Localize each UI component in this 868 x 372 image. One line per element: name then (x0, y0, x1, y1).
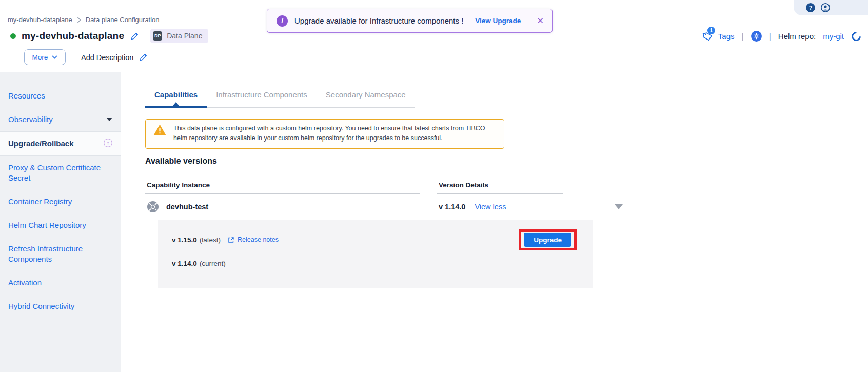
panel-divider (172, 253, 580, 253)
view-upgrade-link[interactable]: View Upgrade (475, 17, 521, 25)
kubernetes-icon[interactable] (751, 31, 762, 42)
capability-instance-name: devhub-test (166, 203, 208, 211)
meta-divider: | (739, 32, 746, 41)
status-dot (10, 33, 16, 39)
sidebar-item-label: Resources (8, 91, 112, 101)
sidebar-item-label: Refresh Infrastructure Components (8, 244, 112, 264)
sidebar-item-label: Activation (8, 278, 112, 288)
tags-icon[interactable]: 1 (702, 31, 714, 42)
sidebar-item-label: Upgrade/Rollback (8, 139, 104, 149)
more-button-label: More (32, 53, 48, 61)
info-icon: i (277, 15, 288, 27)
chevron-down-icon (106, 118, 112, 121)
breadcrumb-item-configuration: Data plane Configuration (86, 16, 160, 24)
more-button[interactable]: More (24, 49, 66, 65)
sidebar-item-label: Helm Chart Repository (8, 220, 112, 230)
sidebar-item-refresh-infrastructure-components[interactable]: Refresh Infrastructure Components (0, 237, 121, 271)
tab-capabilities[interactable]: Capabilities (145, 84, 207, 107)
view-less-link[interactable]: View less (475, 203, 506, 211)
sidebar-item-activation[interactable]: Activation (0, 271, 121, 295)
page-body: Resources Observability Upgrade/Rollback… (0, 72, 868, 372)
sidebar-item-observability[interactable]: Observability (0, 108, 121, 131)
release-notes-link[interactable]: Release notes (238, 236, 279, 243)
sidebar-item-label: Container Registry (8, 197, 112, 207)
upgrade-button[interactable]: Upgrade (524, 233, 571, 247)
sidebar-item-hybrid-connectivity[interactable]: Hybrid Connectivity (0, 295, 121, 318)
warning-message: This data plane is configured with a cus… (173, 124, 494, 144)
sidebar-item-label: Proxy & Custom Certificate Secret (8, 163, 112, 183)
page-title: my-devhub-dataplane (22, 30, 124, 42)
available-versions-heading: Available versions (145, 156, 217, 166)
main-content: Capabilities Infrastructure Components S… (121, 72, 868, 372)
upgrade-notification-banner: i Upgrade available for Infrastructure c… (267, 9, 553, 33)
latest-version-tag: (latest) (200, 236, 221, 244)
upgrade-arrow-icon: ↑ (104, 139, 112, 147)
data-plane-type-badge: DP Data Plane (150, 29, 208, 43)
current-version: v 1.14.0 (439, 203, 465, 211)
sidebar-item-helm-chart-repository[interactable]: Helm Chart Repository (0, 213, 121, 237)
sidebar-item-resources[interactable]: Resources (0, 84, 121, 108)
expanded-versions-panel: v 1.15.0 (latest) Release notes Upgrade (158, 220, 593, 288)
add-description-label: Add Description (81, 53, 133, 62)
edit-title-icon[interactable] (130, 32, 139, 41)
git-icon[interactable] (850, 30, 862, 43)
sidebar-nav: Resources Observability Upgrade/Rollback… (0, 72, 121, 372)
latest-version-row: v 1.15.0 (latest) Release notes Upgrade (172, 232, 580, 247)
external-link-icon (228, 237, 234, 243)
meta-divider: | (766, 32, 774, 41)
tags-count-badge: 1 (707, 27, 715, 34)
current-version-row: v 1.14.0 (current) (172, 259, 580, 268)
help-icon[interactable]: ? (806, 3, 815, 12)
tags-link[interactable]: Tags (718, 32, 735, 41)
sidebar-item-upgrade-rollback[interactable]: Upgrade/Rollback ↑ (0, 131, 121, 156)
chevron-down-icon (52, 55, 57, 59)
table-row-devhub-test: devhub-test v 1.14.0 View less (145, 194, 625, 220)
collapse-chevron-icon[interactable] (615, 204, 623, 209)
dp-chip-icon: DP (153, 31, 162, 41)
data-plane-configuration-page: ? my-devhub-dataplane Data plane Configu… (0, 0, 868, 372)
custom-helm-repo-warning: This data plane is configured with a cus… (145, 119, 504, 149)
sidebar-item-proxy-custom-certificate-secret[interactable]: Proxy & Custom Certificate Secret (0, 156, 121, 190)
tab-bar: Capabilities Infrastructure Components S… (145, 84, 415, 108)
tab-secondary-namespace[interactable]: Secondary Namespace (317, 84, 415, 107)
edit-description-icon[interactable] (139, 53, 148, 62)
versions-table: Capability Instance Version Details (145, 180, 625, 288)
close-icon[interactable]: ✕ (537, 16, 544, 26)
versions-table-header: Capability Instance Version Details (145, 180, 625, 194)
current-version-tag: (current) (200, 260, 226, 267)
user-account-icon[interactable] (820, 3, 831, 13)
breadcrumb-separator-icon (77, 17, 81, 23)
sidebar-item-label: Hybrid Connectivity (8, 301, 112, 311)
type-label: Data Plane (167, 32, 202, 40)
header-meta: 1 Tags | | Helm repo: my-git (702, 31, 861, 42)
add-description[interactable]: Add Description (81, 53, 148, 62)
breadcrumb: my-devhub-dataplane Data plane Configura… (8, 16, 160, 24)
sidebar-item-label: Observability (8, 114, 106, 125)
current-version-number: v 1.14.0 (172, 260, 197, 267)
helm-repo-label: Helm repo: (778, 32, 816, 41)
capability-instance-cell: devhub-test (145, 201, 420, 213)
column-version-details: Version Details (437, 181, 563, 194)
version-details-cell: v 1.14.0 View less (437, 203, 563, 211)
warning-icon (153, 124, 167, 136)
column-capability-instance: Capability Instance (145, 181, 420, 194)
row-expand-cell (563, 204, 625, 209)
sidebar-item-container-registry[interactable]: Container Registry (0, 190, 121, 213)
tab-infrastructure-components[interactable]: Infrastructure Components (207, 84, 317, 107)
latest-version-number: v 1.15.0 (172, 236, 197, 244)
utility-bar: ? (794, 0, 868, 15)
breadcrumb-item-dataplane[interactable]: my-devhub-dataplane (8, 16, 72, 24)
upgrade-button-wrap: Upgrade (524, 233, 571, 247)
helm-repo-value-link[interactable]: my-git (823, 32, 844, 41)
page-title-row: my-devhub-dataplane DP Data Plane (10, 29, 208, 43)
release-notes[interactable]: Release notes (228, 236, 279, 243)
banner-message: Upgrade available for Infrastructure com… (294, 16, 463, 25)
header-controls: More Add Description (24, 49, 148, 65)
capability-icon (147, 201, 159, 213)
